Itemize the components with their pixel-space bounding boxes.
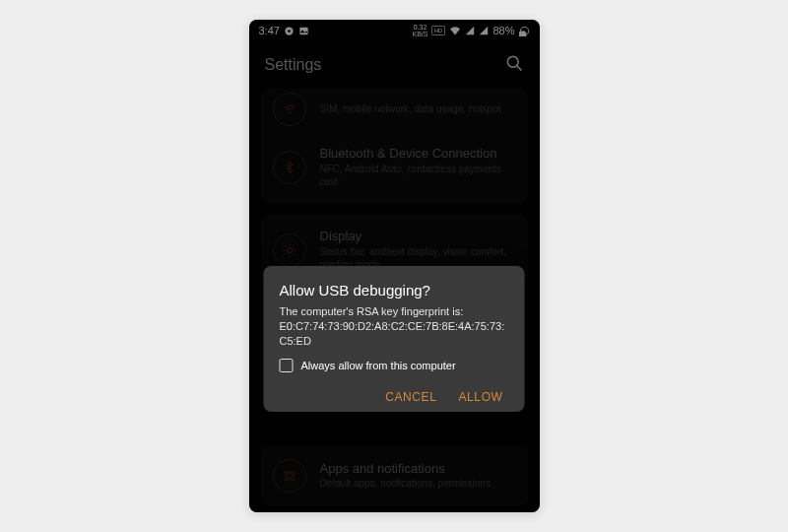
cancel-button[interactable]: CANCEL bbox=[385, 390, 436, 404]
search-button[interactable] bbox=[504, 53, 524, 77]
dialog-title: Allow USB debugging? bbox=[280, 282, 509, 299]
app-bar: Settings bbox=[249, 41, 540, 89]
page-title: Settings bbox=[265, 56, 322, 74]
svg-rect-19 bbox=[291, 471, 295, 475]
svg-line-7 bbox=[516, 66, 521, 71]
svg-text:HD: HD bbox=[434, 28, 442, 33]
row-apps-title: Apps and notifications bbox=[320, 461, 516, 478]
row-bt-title: Bluetooth & Device Connection bbox=[320, 146, 516, 163]
svg-point-1 bbox=[288, 30, 291, 33]
wifi-icon bbox=[449, 25, 461, 36]
svg-line-15 bbox=[293, 253, 294, 254]
brightness-icon bbox=[273, 233, 306, 267]
image-icon bbox=[298, 26, 309, 36]
row-bt-sub: NFC, Android Auto, contactless payments … bbox=[320, 163, 516, 189]
signal-icon-1 bbox=[465, 26, 475, 35]
svg-line-17 bbox=[293, 245, 294, 246]
dialog-checkbox-row[interactable]: Always allow from this computer bbox=[280, 359, 509, 372]
svg-point-8 bbox=[289, 112, 290, 113]
dialog-actions: CANCEL ALLOW bbox=[280, 390, 509, 404]
battery-icon bbox=[519, 26, 530, 36]
svg-point-9 bbox=[287, 247, 292, 252]
row-bluetooth[interactable]: Bluetooth & Device Connection NFC, Andro… bbox=[261, 136, 528, 199]
notification-dot-icon bbox=[284, 26, 295, 36]
svg-rect-2 bbox=[299, 27, 307, 33]
svg-rect-18 bbox=[285, 471, 289, 475]
hd-icon: HD bbox=[431, 26, 445, 35]
dialog-message: The computer's RSA key fingerprint is: E… bbox=[280, 304, 509, 349]
svg-line-16 bbox=[285, 253, 286, 254]
bluetooth-icon bbox=[273, 151, 306, 184]
status-bar: 3:47 0.32 KB/S HD bbox=[249, 20, 540, 41]
row-display-title: Display bbox=[320, 229, 516, 245]
allow-button[interactable]: ALLOW bbox=[458, 390, 502, 404]
dialog-checkbox-label: Always allow from this computer bbox=[301, 360, 456, 371]
apps-icon bbox=[273, 459, 306, 493]
phone-frame: 3:47 0.32 KB/S HD bbox=[249, 20, 540, 512]
battery-text: 88% bbox=[492, 25, 514, 36]
checkbox-icon[interactable] bbox=[280, 359, 294, 372]
data-speed-indicator: 0.32 KB/S bbox=[413, 24, 428, 37]
usb-debug-dialog: Allow USB debugging? The computer's RSA … bbox=[264, 266, 525, 412]
card-apps: Apps and notifications Default apps, not… bbox=[261, 445, 528, 506]
row-wifi-network[interactable]: SIM, mobile network, data usage, hotspot bbox=[261, 93, 528, 136]
signal-icon-2 bbox=[479, 26, 489, 35]
row-wifi-sub: SIM, mobile network, data usage, hotspot bbox=[320, 102, 516, 116]
card-connectivity: SIM, mobile network, data usage, hotspot… bbox=[261, 89, 528, 203]
wifi-row-icon bbox=[273, 93, 306, 126]
svg-rect-20 bbox=[285, 477, 289, 481]
row-apps-sub: Default apps, notifications, permissions bbox=[320, 477, 516, 491]
row-apps[interactable]: Apps and notifications Default apps, not… bbox=[261, 449, 528, 502]
status-time: 3:47 bbox=[259, 25, 280, 36]
svg-rect-21 bbox=[291, 477, 295, 481]
svg-line-14 bbox=[285, 245, 286, 246]
svg-point-6 bbox=[507, 56, 518, 67]
